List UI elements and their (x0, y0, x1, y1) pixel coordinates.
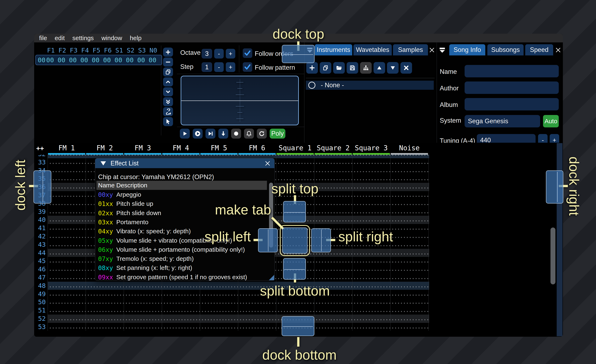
follow-orders-checkbox[interactable] (243, 48, 252, 58)
instrument-move-up-button[interactable] (373, 62, 385, 74)
pattern-scrollbar-thumb[interactable] (551, 227, 555, 284)
instrument-save-button[interactable] (347, 62, 358, 74)
pattern-row-number: 53 (35, 323, 46, 331)
menu-item-settings[interactable]: settings (72, 35, 94, 42)
author-field[interactable] (465, 81, 559, 94)
octave-plus-button[interactable]: + (226, 49, 235, 58)
pattern-row-dots (49, 286, 429, 288)
instrument-duplicate-button[interactable] (320, 62, 331, 74)
octave-minus-button[interactable]: - (214, 49, 224, 58)
order-cell[interactable]: 00 (113, 56, 124, 64)
channel-header-square-1[interactable]: Square 1 (276, 144, 314, 152)
order-up-button[interactable] (163, 77, 173, 87)
system-field[interactable]: Sega Genesis (465, 115, 540, 127)
album-field[interactable] (465, 98, 559, 110)
split-right-target[interactable] (311, 228, 331, 252)
order-column-N0: N0 (148, 47, 158, 54)
order-cell[interactable]: 00 (68, 56, 78, 64)
name-field[interactable] (465, 65, 559, 77)
instrument-add-button[interactable] (306, 62, 318, 74)
play-pattern-button[interactable] (193, 129, 203, 138)
tab-samples[interactable]: Samples (393, 44, 428, 55)
channel-header-noise[interactable]: Noise (390, 144, 428, 152)
split-left-target[interactable] (258, 228, 278, 252)
effect-row: 03xxPortamento (97, 218, 267, 227)
dock-left-target[interactable] (34, 170, 51, 204)
split-bottom-target[interactable] (283, 258, 306, 280)
step-minus-button[interactable]: - (214, 62, 224, 72)
order-cell[interactable]: 00 (90, 56, 101, 64)
channel-header-fm-3[interactable]: FM 3 (124, 144, 162, 152)
instrument-move-down-button[interactable] (387, 62, 399, 74)
instrument-folder-view-button[interactable] (360, 62, 372, 74)
step-value[interactable]: 1 (201, 62, 212, 72)
expand-channels-button[interactable]: ++ (36, 144, 44, 152)
play-button[interactable] (180, 129, 190, 138)
close-icon[interactable] (555, 47, 561, 53)
instrument-list-item[interactable]: - None - (306, 81, 434, 90)
auto-button[interactable]: Auto (543, 115, 559, 127)
instrument-delete-button[interactable] (401, 62, 412, 74)
tab-subsongs[interactable]: Subsongs (487, 44, 524, 55)
order-remove-button[interactable] (163, 58, 173, 67)
tab-speed[interactable]: Speed (525, 44, 553, 55)
stop-at-top-button[interactable] (218, 129, 228, 138)
channel-activity-bar (391, 153, 428, 155)
split-right-label: split right (338, 229, 407, 244)
step-row-button[interactable] (206, 129, 216, 138)
menu-item-file[interactable]: file (39, 35, 47, 42)
pattern-row (48, 323, 429, 331)
metronome-button[interactable] (244, 129, 254, 138)
channel-header-fm-5[interactable]: FM 5 (200, 144, 238, 152)
channel-activity-bar (314, 153, 352, 155)
poly-button[interactable]: Poly (270, 129, 285, 138)
order-add-button[interactable] (163, 48, 173, 57)
close-icon[interactable] (429, 47, 435, 53)
resize-grip[interactable] (269, 275, 274, 280)
channel-header-square-2[interactable]: Square 2 (314, 144, 352, 152)
collapse-triangle-icon[interactable] (101, 161, 106, 166)
close-icon[interactable] (264, 160, 271, 167)
channel-header-square-3[interactable]: Square 3 (352, 144, 390, 152)
follow-pattern-checkbox[interactable] (243, 62, 252, 72)
channel-header-fm-6[interactable]: FM 6 (238, 144, 276, 152)
instrument-open-button[interactable] (333, 62, 345, 74)
effect-list-title: Effect List (111, 160, 139, 167)
dock-bottom-target[interactable] (282, 316, 314, 336)
channel-activity-bar (238, 153, 276, 155)
window-menu-icon[interactable] (439, 47, 446, 54)
effect-list-titlebar[interactable]: Effect List (95, 158, 274, 168)
order-cell[interactable]: 00 (136, 56, 146, 64)
channel-header-fm-2[interactable]: FM 2 (86, 144, 124, 152)
orders-selected-row[interactable]: 00 00000000000000000000 (35, 55, 162, 65)
tab-song-info[interactable]: Song Info (449, 44, 485, 55)
menu-item-help[interactable]: help (130, 35, 142, 42)
tab-instruments[interactable]: Instruments (315, 44, 352, 55)
make-tab-target[interactable] (282, 227, 307, 254)
channel-header-fm-1[interactable]: FM 1 (48, 144, 86, 152)
order-cell[interactable]: 00 (147, 56, 158, 64)
order-cell[interactable]: 00 (102, 56, 112, 64)
octave-value[interactable]: 3 (201, 49, 212, 58)
repeat-button[interactable] (257, 129, 267, 138)
order-duplicate-button[interactable] (163, 67, 173, 77)
order-cell[interactable]: 00 (125, 56, 135, 64)
play-icon (182, 131, 188, 137)
pattern-row-number: 42 (35, 232, 46, 240)
order-select-button[interactable] (163, 117, 173, 126)
menu-item-window[interactable]: window (101, 35, 122, 42)
channel-header-fm-4[interactable]: FM 4 (162, 144, 200, 152)
order-down-button[interactable] (163, 87, 173, 96)
order-unlink-button[interactable] (163, 107, 173, 116)
menu-item-edit[interactable]: edit (55, 35, 65, 42)
dock-right-target[interactable] (546, 170, 563, 204)
order-cell[interactable]: 00 (79, 56, 89, 64)
record-button[interactable] (231, 129, 241, 138)
order-move-bottom-button[interactable] (163, 97, 173, 106)
order-cell[interactable]: 00 (45, 56, 55, 64)
tab-wavetables[interactable]: Wavetables (353, 44, 392, 55)
order-cell[interactable]: 00 (56, 56, 67, 64)
step-plus-button[interactable]: + (226, 62, 235, 72)
split-top-target[interactable] (283, 201, 306, 222)
dock-top-target[interactable] (282, 45, 314, 63)
